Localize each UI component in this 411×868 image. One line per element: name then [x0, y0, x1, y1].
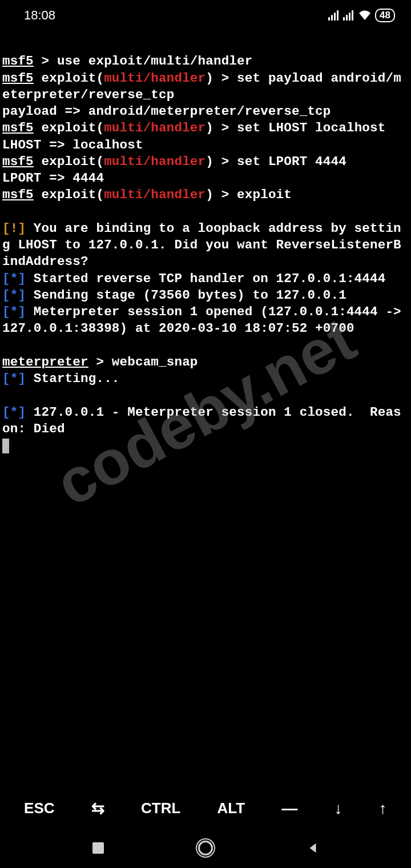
warn-text: You are binding to a loopback address by…	[2, 221, 401, 270]
nav-back-button[interactable]	[304, 839, 322, 857]
prompt-arrow: >	[213, 71, 237, 86]
tab-icon: ⇆	[91, 799, 104, 817]
output-lhost: LHOST => localhost	[2, 138, 143, 152]
arrow-up-icon: ↑	[379, 799, 387, 817]
circle-icon	[198, 841, 213, 855]
prompt-context: multi/handler	[104, 120, 206, 135]
wifi-icon	[358, 10, 372, 21]
prompt-msf5: msf5	[2, 71, 34, 86]
cmd-webcam-snap: webcam_snap	[112, 355, 198, 369]
key-down[interactable]: ↓	[331, 794, 346, 823]
key-up[interactable]: ↑	[376, 794, 390, 823]
output-sending: Sending stage (73560 bytes) to 127.0.0.1	[26, 288, 346, 303]
signal-icon-2	[343, 10, 353, 21]
prompt-context: multi/handler	[104, 154, 206, 169]
key-ctrl[interactable]: CTRL	[138, 794, 184, 823]
status-bar: 18:08 48	[0, 0, 411, 29]
cmd-use: use exploit/multi/handler	[57, 54, 253, 69]
prompt-arrow: >	[34, 54, 57, 69]
prompt-arrow: >	[213, 187, 237, 202]
key-esc[interactable]: ESC	[21, 794, 58, 823]
prompt-meterpreter: meterpreter	[2, 355, 88, 369]
prompt-exploit-close: )	[206, 187, 213, 202]
arrow-down-icon: ↓	[335, 799, 342, 817]
output-started: Started reverse TCP handler on 127.0.0.1…	[26, 271, 385, 286]
info-bracket-open: [	[2, 304, 10, 319]
output-payload: payload => android/meterpreter/reverse_t…	[2, 104, 331, 119]
info-bracket-open: [	[2, 288, 10, 303]
info-star-icon: *	[10, 288, 18, 303]
extra-keys-row: ESC ⇆ CTRL ALT — ↓ ↑	[0, 793, 411, 823]
info-bracket-open: [	[2, 405, 10, 420]
info-bracket-close: ]	[18, 288, 26, 303]
info-bracket-close: ]	[18, 405, 26, 420]
nav-recent-button[interactable]	[89, 839, 107, 857]
output-starting: Starting...	[26, 371, 119, 386]
info-star-icon: *	[10, 271, 18, 286]
prompt-exploit-open: exploit(	[34, 71, 104, 86]
output-session-open: Meterpreter session 1 opened (127.0.0.1:…	[2, 304, 409, 336]
signal-icon-1	[328, 10, 339, 21]
output-session-closed: 127.0.0.1 - Meterpreter session 1 closed…	[2, 405, 401, 436]
prompt-exploit-close: )	[206, 71, 213, 86]
info-bracket-close: ]	[18, 271, 26, 286]
cmd-exploit: exploit	[237, 187, 292, 202]
prompt-msf5: msf5	[2, 120, 34, 135]
terminal-output[interactable]: msf5 > use exploit/multi/handler msf5 ex…	[0, 29, 411, 455]
triangle-back-icon	[307, 842, 319, 854]
prompt-msf5: msf5	[2, 154, 34, 169]
prompt-exploit-open: exploit(	[34, 154, 104, 169]
info-bracket-open: [	[2, 371, 10, 386]
warn-bracket-close: ]	[18, 221, 26, 236]
terminal-cursor	[2, 439, 9, 453]
info-star-icon: *	[10, 405, 18, 420]
prompt-msf5: msf5	[2, 54, 34, 69]
warn-bang-icon: !	[10, 221, 18, 236]
key-dash[interactable]: —	[278, 794, 301, 823]
prompt-arrow: >	[213, 120, 237, 135]
cmd-set-lport: set LPORT 4444	[237, 154, 346, 169]
key-tab[interactable]: ⇆	[88, 793, 108, 823]
info-bracket-open: [	[2, 271, 10, 286]
prompt-arrow: >	[213, 154, 237, 169]
info-star-icon: *	[10, 304, 18, 319]
nav-home-button[interactable]	[196, 839, 215, 857]
prompt-context: multi/handler	[104, 187, 206, 202]
square-icon	[92, 842, 104, 854]
prompt-exploit-open: exploit(	[34, 120, 104, 135]
cmd-set-lhost: set LHOST localhost	[237, 120, 385, 135]
output-lport: LPORT => 4444	[2, 171, 104, 186]
prompt-exploit-open: exploit(	[34, 187, 104, 202]
prompt-context: multi/handler	[104, 71, 206, 86]
prompt-msf5: msf5	[2, 187, 34, 202]
info-star-icon: *	[10, 371, 18, 386]
android-nav-bar	[0, 828, 411, 868]
info-bracket-close: ]	[18, 304, 26, 319]
prompt-arrow: >	[88, 355, 112, 369]
battery-indicator: 48	[375, 9, 395, 22]
prompt-exploit-close: )	[206, 154, 213, 169]
prompt-exploit-close: )	[206, 120, 213, 135]
warn-bracket-open: [	[2, 221, 10, 236]
key-alt[interactable]: ALT	[214, 794, 249, 823]
dash-icon: —	[281, 799, 297, 817]
info-bracket-close: ]	[18, 371, 26, 386]
clock: 18:08	[24, 8, 55, 23]
status-icons: 48	[328, 9, 395, 22]
